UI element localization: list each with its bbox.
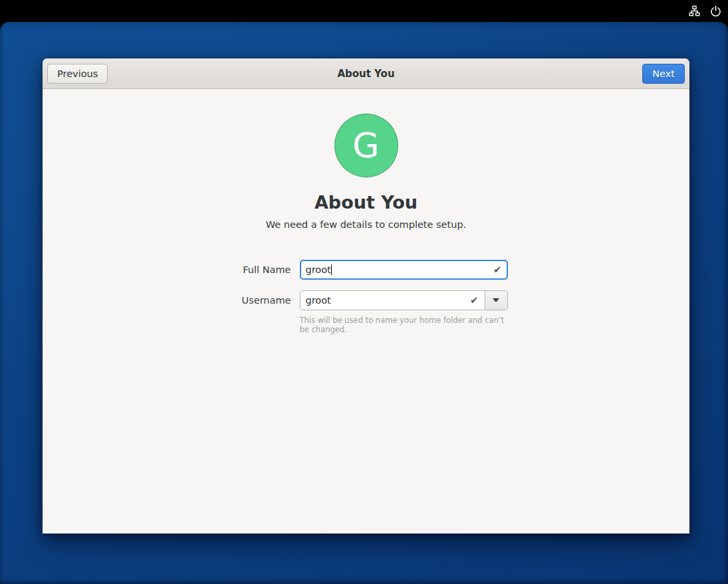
previous-button[interactable]: Previous — [47, 64, 108, 84]
header-bar: Previous About You Next — [43, 58, 689, 89]
username-dropdown-button[interactable] — [485, 290, 508, 310]
username-combo: ✔ — [300, 290, 508, 310]
avatar: G — [334, 114, 398, 177]
full-name-control: ✔ — [300, 260, 508, 280]
username-hint: This will be used to name your home fold… — [300, 314, 508, 335]
initial-setup-window: Previous About You Next G About You We n… — [43, 58, 689, 534]
full-name-row: Full Name ✔ — [225, 260, 508, 280]
full-name-input[interactable] — [300, 260, 508, 280]
chevron-down-icon — [493, 298, 499, 302]
top-bar — [0, 0, 728, 22]
next-button[interactable]: Next — [642, 64, 685, 84]
username-label: Username — [225, 295, 291, 306]
network-wired-icon[interactable] — [688, 5, 700, 17]
window-title: About You — [43, 68, 689, 80]
username-input[interactable] — [300, 290, 485, 310]
about-you-form: Full Name ✔ Username ✔ — [225, 260, 508, 335]
username-hint-row: This will be used to name your home fold… — [225, 314, 508, 335]
full-name-label: Full Name — [225, 264, 291, 275]
page-title: About You — [314, 192, 418, 213]
page-subtitle: We need a few details to complete setup. — [266, 219, 466, 230]
page-content: G About You We need a few details to com… — [43, 89, 689, 534]
username-row: Username ✔ — [225, 290, 508, 310]
power-icon[interactable] — [709, 5, 721, 17]
